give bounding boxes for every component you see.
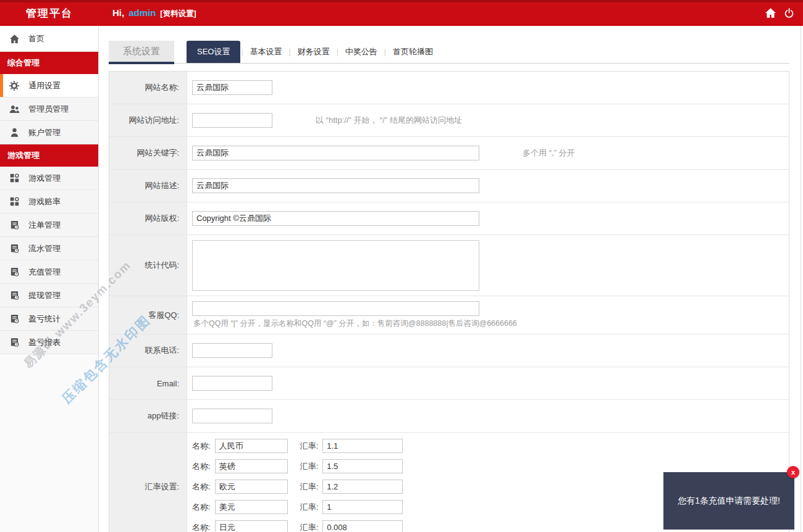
- sidebar-item-game-management[interactable]: 游戏管理: [0, 167, 98, 190]
- rate-value-label: 汇率:: [300, 522, 319, 532]
- sidebar-item-label: 首页: [28, 33, 44, 44]
- site-keywords-input[interactable]: [192, 146, 479, 160]
- report-icon: [0, 267, 28, 276]
- sidebar-item-admin-management[interactable]: 管理员管理: [0, 98, 98, 121]
- tab-basic[interactable]: 基本设置: [244, 43, 288, 61]
- sidebar-item-recharge-management[interactable]: 充值管理: [0, 260, 98, 284]
- service-qq-input[interactable]: [192, 301, 479, 316]
- site-url-input[interactable]: [192, 113, 272, 128]
- service-qq-hint: 多个QQ用 “|” 分开，显示名称和QQ用 “@” 分开，如：售前咨询@8888…: [193, 318, 517, 329]
- stats-code-textarea[interactable]: [192, 240, 479, 291]
- field-label: 网站名称:: [109, 72, 187, 104]
- rate-value-label: 汇率:: [300, 481, 319, 493]
- field-label: 网站访问地址:: [109, 104, 187, 136]
- report-icon: [0, 244, 28, 253]
- main-content: 系统设置 SEO设置|基本设置|财务设置|中奖公告|首页轮播图 网站名称: 网站…: [99, 26, 803, 532]
- form-row-stats-code: 统计代码:: [109, 235, 789, 296]
- sidebar-item-label: 账户管理: [28, 127, 61, 138]
- gear-icon: [0, 81, 28, 91]
- rate-value-input-1[interactable]: [322, 459, 403, 473]
- sidebar-item-profit-report[interactable]: 盈亏报表: [0, 331, 98, 354]
- sidebar-item-label: 充值管理: [28, 267, 61, 278]
- grid-icon: [0, 173, 28, 183]
- site-copyright-input[interactable]: [192, 211, 479, 226]
- rate-value-input-3[interactable]: [322, 500, 403, 514]
- tab-seo[interactable]: SEO设置: [187, 41, 240, 63]
- rate-name-input-4[interactable]: [215, 520, 288, 532]
- rate-name-input-2[interactable]: [215, 480, 288, 494]
- top-bar: 管理平台 Hi, admin [资料设置]: [0, 0, 803, 26]
- report-icon: [0, 291, 28, 300]
- grid-icon: [0, 197, 28, 206]
- rate-name-input-0[interactable]: [215, 439, 288, 453]
- form-row-app-link: app链接:: [109, 400, 789, 433]
- tab-finance[interactable]: 财务设置: [292, 43, 336, 61]
- sidebar-item-bet-management[interactable]: 注单管理: [0, 214, 98, 237]
- site-keywords-hint: 多个用 “,” 分开: [523, 148, 575, 159]
- notification-message: 您有1条充值申请需要处理!: [678, 496, 780, 507]
- sidebar-item-label: 管理员管理: [28, 104, 69, 115]
- tab-winning-announcement[interactable]: 中奖公告: [339, 43, 384, 61]
- sidebar-item-label: 通用设置: [28, 80, 61, 91]
- sidebar-item-withdraw-management[interactable]: 提现管理: [0, 284, 98, 307]
- sidebar-section-game-management-section: 游戏管理: [0, 144, 98, 167]
- rate-name-label: 名称:: [192, 502, 211, 513]
- seo-settings-form: 网站名称: 网站访问地址: 以 “http://” 开始， “/” 结尾的网站访…: [109, 71, 789, 532]
- sidebar-section-general-management: 综合管理: [0, 52, 98, 74]
- sidebar-item-label: 流水管理: [28, 243, 61, 254]
- report-icon: [0, 220, 28, 230]
- rate-name-input-3[interactable]: [215, 500, 288, 514]
- rate-value-input-2[interactable]: [322, 480, 403, 494]
- rate-name-label: 名称:: [192, 461, 211, 472]
- sidebar-item-label: 游戏赔率: [28, 196, 61, 207]
- notification-close-button[interactable]: x: [787, 466, 799, 478]
- site-name-input[interactable]: [192, 80, 272, 95]
- sidebar-item-home[interactable]: 首页: [0, 26, 98, 52]
- form-row-site-keywords: 网站关键字: 多个用 “,” 分开: [109, 137, 789, 170]
- page-edge-divider: [801, 26, 801, 532]
- field-label: 客服QQ:: [109, 296, 187, 334]
- form-row-site-description: 网站描述:: [109, 170, 789, 202]
- rate-value-label: 汇率:: [300, 502, 319, 513]
- tab-divider: |: [337, 48, 338, 56]
- rate-row: 名称:汇率:: [192, 480, 403, 494]
- field-label: 统计代码:: [109, 235, 187, 296]
- site-description-input[interactable]: [192, 178, 479, 193]
- email-input[interactable]: [192, 376, 272, 391]
- field-label: 汇率设置:: [109, 433, 187, 532]
- tab-divider: |: [289, 48, 291, 56]
- rate-value-input-4[interactable]: [322, 520, 403, 532]
- sidebar-item-account-management[interactable]: 账户管理: [0, 121, 98, 144]
- power-icon[interactable]: [784, 8, 794, 19]
- home-icon[interactable]: [765, 8, 776, 18]
- form-row-site-name: 网站名称:: [109, 72, 789, 104]
- tab-bar: 系统设置 SEO设置|基本设置|财务设置|中奖公告|首页轮播图: [109, 41, 789, 64]
- user-icon: [0, 128, 28, 137]
- tab-home-carousel[interactable]: 首页轮播图: [387, 43, 439, 61]
- greeting-prefix: Hi,: [112, 7, 124, 18]
- field-label: Email:: [109, 367, 187, 399]
- rate-name-label: 名称:: [192, 481, 211, 493]
- topbar-actions: [765, 8, 794, 19]
- field-label: 网站关键字:: [109, 137, 187, 169]
- sidebar-item-profit-statistics[interactable]: 盈亏统计: [0, 307, 98, 331]
- sidebar-item-turnover-management[interactable]: 流水管理: [0, 237, 98, 260]
- rate-value-input-0[interactable]: [322, 439, 403, 453]
- rate-row: 名称:汇率:: [192, 439, 403, 453]
- profile-settings-link[interactable]: [资料设置]: [160, 9, 196, 19]
- rate-row: 名称:汇率:: [192, 459, 403, 473]
- rate-name-input-1[interactable]: [215, 459, 288, 473]
- sidebar-item-label: 游戏管理: [28, 173, 61, 184]
- rate-value-label: 汇率:: [300, 461, 319, 472]
- sidebar-item-game-odds[interactable]: 游戏赔率: [0, 190, 98, 214]
- sidebar: 首页综合管理通用设置管理员管理账户管理游戏管理游戏管理游戏赔率注单管理流水管理充…: [0, 26, 99, 532]
- sidebar-item-general-settings[interactable]: 通用设置: [0, 74, 98, 98]
- contact-phone-input[interactable]: [192, 343, 272, 358]
- sidebar-item-label: 注单管理: [28, 220, 61, 231]
- report-icon: [0, 338, 28, 347]
- username: admin: [128, 7, 156, 18]
- field-label: 网站描述:: [109, 170, 187, 202]
- app-link-input[interactable]: [192, 409, 272, 423]
- rate-value-label: 汇率:: [300, 441, 319, 452]
- sidebar-item-label: 盈亏统计: [28, 314, 61, 325]
